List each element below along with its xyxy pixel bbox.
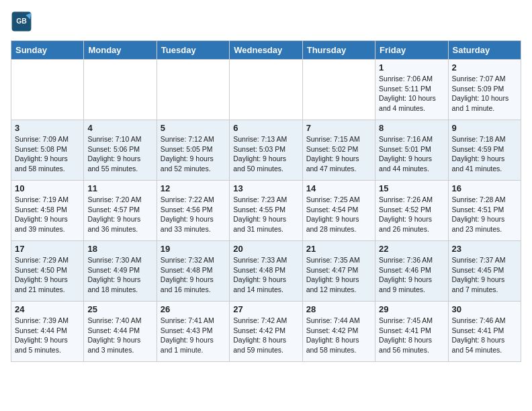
day-info: Sunrise: 7:41 AM Sunset: 4:43 PM Dayligh… <box>161 316 226 355</box>
top-row: GB <box>11 11 521 35</box>
day-number: 10 <box>15 183 80 193</box>
calendar-table: SundayMondayTuesdayWednesdayThursdayFrid… <box>11 40 521 362</box>
weekday-header: Sunday <box>11 41 84 60</box>
calendar-cell: 9Sunrise: 7:18 AM Sunset: 4:59 PM Daylig… <box>448 120 521 181</box>
calendar-cell: 12Sunrise: 7:22 AM Sunset: 4:56 PM Dayli… <box>157 181 229 241</box>
calendar-cell: 17Sunrise: 7:29 AM Sunset: 4:50 PM Dayli… <box>11 241 84 302</box>
calendar-week-row: 1Sunrise: 7:06 AM Sunset: 5:11 PM Daylig… <box>11 60 521 120</box>
day-number: 11 <box>87 183 152 193</box>
calendar-cell: 2Sunrise: 7:07 AM Sunset: 5:09 PM Daylig… <box>448 60 521 120</box>
calendar-week-row: 3Sunrise: 7:09 AM Sunset: 5:08 PM Daylig… <box>11 120 521 181</box>
day-info: Sunrise: 7:29 AM Sunset: 4:50 PM Dayligh… <box>15 255 80 295</box>
day-info: Sunrise: 7:33 AM Sunset: 4:48 PM Dayligh… <box>233 255 298 295</box>
calendar-cell: 20Sunrise: 7:33 AM Sunset: 4:48 PM Dayli… <box>230 241 302 302</box>
calendar-cell: 7Sunrise: 7:15 AM Sunset: 5:02 PM Daylig… <box>302 120 375 181</box>
day-number: 14 <box>306 183 371 193</box>
day-number: 3 <box>15 123 80 133</box>
day-number: 7 <box>306 123 371 133</box>
day-info: Sunrise: 7:16 AM Sunset: 5:01 PM Dayligh… <box>379 134 444 174</box>
header-row: SundayMondayTuesdayWednesdayThursdayFrid… <box>11 41 521 60</box>
day-info: Sunrise: 7:09 AM Sunset: 5:08 PM Dayligh… <box>15 134 80 174</box>
weekday-header: Saturday <box>448 41 521 60</box>
weekday-header: Wednesday <box>230 41 302 60</box>
day-number: 2 <box>452 62 517 73</box>
calendar-cell: 27Sunrise: 7:42 AM Sunset: 4:42 PM Dayli… <box>230 302 302 362</box>
weekday-header: Tuesday <box>157 41 229 60</box>
calendar-cell: 15Sunrise: 7:26 AM Sunset: 4:52 PM Dayli… <box>375 181 448 241</box>
calendar-cell: 11Sunrise: 7:20 AM Sunset: 4:57 PM Dayli… <box>84 181 157 241</box>
calendar-cell: 13Sunrise: 7:23 AM Sunset: 4:55 PM Dayli… <box>230 181 302 241</box>
calendar-cell: 26Sunrise: 7:41 AM Sunset: 4:43 PM Dayli… <box>157 302 229 362</box>
day-number: 6 <box>233 123 298 133</box>
weekday-header: Thursday <box>302 41 375 60</box>
calendar-cell: 30Sunrise: 7:46 AM Sunset: 4:41 PM Dayli… <box>448 302 521 362</box>
day-number: 25 <box>87 304 152 314</box>
day-number: 12 <box>161 183 226 193</box>
calendar-cell: 8Sunrise: 7:16 AM Sunset: 5:01 PM Daylig… <box>375 120 448 181</box>
day-number: 29 <box>379 304 444 314</box>
calendar-cell <box>230 60 302 120</box>
day-info: Sunrise: 7:23 AM Sunset: 4:55 PM Dayligh… <box>233 195 298 234</box>
day-number: 18 <box>87 244 152 254</box>
day-info: Sunrise: 7:40 AM Sunset: 4:44 PM Dayligh… <box>87 316 152 355</box>
calendar-cell: 16Sunrise: 7:28 AM Sunset: 4:51 PM Dayli… <box>448 181 521 241</box>
day-info: Sunrise: 7:36 AM Sunset: 4:46 PM Dayligh… <box>379 255 444 295</box>
logo: GB <box>11 11 35 32</box>
calendar-cell: 5Sunrise: 7:12 AM Sunset: 5:05 PM Daylig… <box>157 120 229 181</box>
day-info: Sunrise: 7:22 AM Sunset: 4:56 PM Dayligh… <box>161 195 226 234</box>
day-number: 19 <box>161 244 226 254</box>
calendar-cell <box>84 60 157 120</box>
weekday-header: Friday <box>375 41 448 60</box>
calendar-week-row: 10Sunrise: 7:19 AM Sunset: 4:58 PM Dayli… <box>11 181 521 241</box>
day-number: 13 <box>233 183 298 193</box>
day-number: 28 <box>306 304 371 314</box>
day-info: Sunrise: 7:37 AM Sunset: 4:45 PM Dayligh… <box>452 255 517 295</box>
day-info: Sunrise: 7:19 AM Sunset: 4:58 PM Dayligh… <box>15 195 80 234</box>
calendar-cell: 1Sunrise: 7:06 AM Sunset: 5:11 PM Daylig… <box>375 60 448 120</box>
day-info: Sunrise: 7:10 AM Sunset: 5:06 PM Dayligh… <box>87 134 152 174</box>
day-info: Sunrise: 7:13 AM Sunset: 5:03 PM Dayligh… <box>233 134 298 174</box>
calendar-cell: 3Sunrise: 7:09 AM Sunset: 5:08 PM Daylig… <box>11 120 84 181</box>
day-number: 16 <box>452 183 517 193</box>
day-info: Sunrise: 7:35 AM Sunset: 4:47 PM Dayligh… <box>306 255 371 295</box>
calendar-cell <box>11 60 84 120</box>
calendar-cell: 4Sunrise: 7:10 AM Sunset: 5:06 PM Daylig… <box>84 120 157 181</box>
day-number: 9 <box>452 123 517 133</box>
svg-text:GB: GB <box>16 17 27 25</box>
day-number: 30 <box>452 304 517 314</box>
calendar-cell: 21Sunrise: 7:35 AM Sunset: 4:47 PM Dayli… <box>302 241 375 302</box>
day-number: 20 <box>233 244 298 254</box>
day-info: Sunrise: 7:12 AM Sunset: 5:05 PM Dayligh… <box>161 134 226 174</box>
calendar-cell: 29Sunrise: 7:45 AM Sunset: 4:41 PM Dayli… <box>375 302 448 362</box>
day-info: Sunrise: 7:46 AM Sunset: 4:41 PM Dayligh… <box>452 316 517 355</box>
day-number: 24 <box>15 304 80 314</box>
calendar-cell: 23Sunrise: 7:37 AM Sunset: 4:45 PM Dayli… <box>448 241 521 302</box>
calendar-cell: 22Sunrise: 7:36 AM Sunset: 4:46 PM Dayli… <box>375 241 448 302</box>
day-info: Sunrise: 7:26 AM Sunset: 4:52 PM Dayligh… <box>379 195 444 234</box>
calendar-body: 1Sunrise: 7:06 AM Sunset: 5:11 PM Daylig… <box>11 60 521 362</box>
calendar-header: SundayMondayTuesdayWednesdayThursdayFrid… <box>11 41 521 60</box>
day-info: Sunrise: 7:20 AM Sunset: 4:57 PM Dayligh… <box>87 195 152 234</box>
calendar-week-row: 17Sunrise: 7:29 AM Sunset: 4:50 PM Dayli… <box>11 241 521 302</box>
calendar-cell: 28Sunrise: 7:44 AM Sunset: 4:42 PM Dayli… <box>302 302 375 362</box>
calendar-cell <box>157 60 229 120</box>
day-info: Sunrise: 7:06 AM Sunset: 5:11 PM Dayligh… <box>379 74 444 113</box>
calendar-cell: 18Sunrise: 7:30 AM Sunset: 4:49 PM Dayli… <box>84 241 157 302</box>
calendar-cell: 25Sunrise: 7:40 AM Sunset: 4:44 PM Dayli… <box>84 302 157 362</box>
day-info: Sunrise: 7:39 AM Sunset: 4:44 PM Dayligh… <box>15 316 80 355</box>
day-info: Sunrise: 7:45 AM Sunset: 4:41 PM Dayligh… <box>379 316 444 355</box>
calendar-cell: 6Sunrise: 7:13 AM Sunset: 5:03 PM Daylig… <box>230 120 302 181</box>
day-number: 4 <box>87 123 152 133</box>
calendar-cell: 10Sunrise: 7:19 AM Sunset: 4:58 PM Dayli… <box>11 181 84 241</box>
day-number: 1 <box>379 62 444 73</box>
day-info: Sunrise: 7:32 AM Sunset: 4:48 PM Dayligh… <box>161 255 226 295</box>
day-info: Sunrise: 7:15 AM Sunset: 5:02 PM Dayligh… <box>306 134 371 174</box>
day-info: Sunrise: 7:44 AM Sunset: 4:42 PM Dayligh… <box>306 316 371 355</box>
logo-icon: GB <box>11 11 32 32</box>
day-number: 23 <box>452 244 517 254</box>
day-number: 17 <box>15 244 80 254</box>
calendar-cell <box>302 60 375 120</box>
calendar-cell: 19Sunrise: 7:32 AM Sunset: 4:48 PM Dayli… <box>157 241 229 302</box>
day-number: 27 <box>233 304 298 314</box>
day-number: 26 <box>161 304 226 314</box>
